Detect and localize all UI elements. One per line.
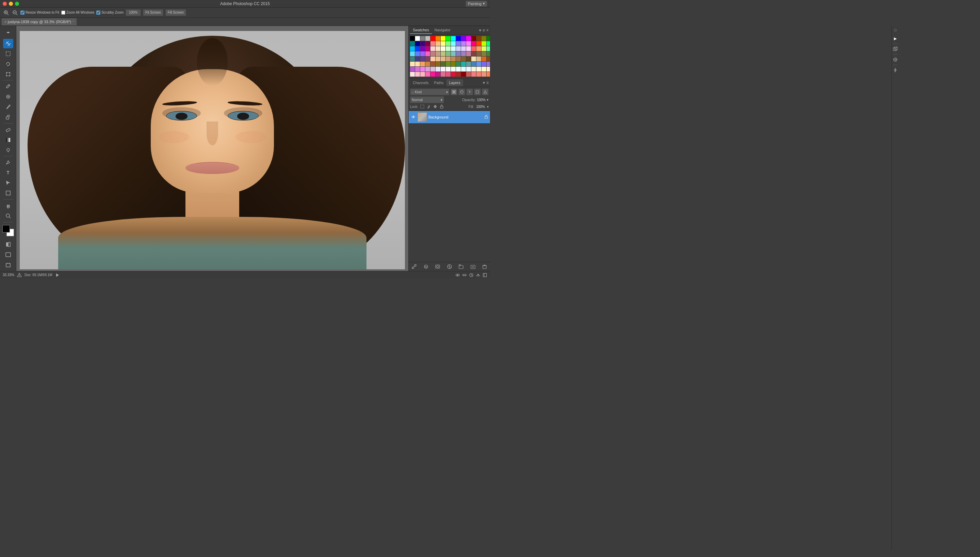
swatch-cell[interactable] xyxy=(420,41,425,46)
swatch-cell[interactable] xyxy=(487,41,490,46)
transform-tool[interactable] xyxy=(3,70,13,79)
swatch-cell[interactable] xyxy=(476,72,481,77)
swatch-cell[interactable] xyxy=(446,72,451,77)
swatch-cell[interactable] xyxy=(461,57,466,61)
swatch-cell[interactable] xyxy=(476,67,481,72)
recents-status-icon[interactable] xyxy=(469,273,474,277)
swatches-close-icon[interactable]: × xyxy=(486,28,488,33)
swatch-cell[interactable] xyxy=(441,51,445,56)
swatch-cell[interactable] xyxy=(430,46,435,51)
swatch-cell[interactable] xyxy=(471,36,476,41)
swatch-cell[interactable] xyxy=(487,62,490,67)
swatch-cell[interactable] xyxy=(420,46,425,51)
swatch-cell[interactable] xyxy=(482,46,486,51)
swatch-cell[interactable] xyxy=(476,57,481,61)
lock-move-icon[interactable] xyxy=(433,104,438,109)
layer-visibility-icon[interactable]: 👁 xyxy=(411,114,416,120)
swatch-cell[interactable] xyxy=(487,67,490,72)
swatch-cell[interactable] xyxy=(410,72,415,77)
publish-status-icon[interactable] xyxy=(476,273,480,277)
swatch-cell[interactable] xyxy=(415,46,420,51)
layer-background[interactable]: 👁 Background xyxy=(409,111,490,123)
swatch-cell[interactable] xyxy=(436,46,440,51)
healing-brush-tool[interactable] xyxy=(3,92,13,101)
swatch-cell[interactable] xyxy=(451,51,456,56)
create-layer-button[interactable] xyxy=(470,263,476,270)
swatches-collapse-icon[interactable]: ▾ xyxy=(479,28,481,33)
swatch-cell[interactable] xyxy=(410,41,415,46)
layer-filter-pixel-icon[interactable] xyxy=(451,88,458,95)
swatch-cell[interactable] xyxy=(410,57,415,61)
tab-channels[interactable]: Channels xyxy=(410,79,431,86)
canvas-area[interactable] xyxy=(16,26,408,271)
lock-paint-icon[interactable] xyxy=(426,104,432,109)
swatch-cell[interactable] xyxy=(441,46,445,51)
swatch-cell[interactable] xyxy=(420,51,425,56)
swatch-cell[interactable] xyxy=(415,67,420,72)
swatch-cell[interactable] xyxy=(446,46,451,51)
swatch-cell[interactable] xyxy=(461,62,466,67)
swatch-cell[interactable] xyxy=(476,51,481,56)
swatch-cell[interactable] xyxy=(430,36,435,41)
move-tool[interactable] xyxy=(3,39,13,48)
swatch-cell[interactable] xyxy=(461,46,466,51)
swatch-cell[interactable] xyxy=(410,36,415,41)
swatches-menu-icon[interactable]: ≡ xyxy=(482,28,485,33)
swatch-cell[interactable] xyxy=(461,72,466,77)
marquee-tool[interactable] xyxy=(3,49,13,59)
layer-filter-shape-icon[interactable] xyxy=(474,88,481,95)
swatch-cell[interactable] xyxy=(436,51,440,56)
swatch-cell[interactable] xyxy=(410,46,415,51)
layers-menu-icon[interactable]: ≡ xyxy=(486,80,488,85)
swatch-cell[interactable] xyxy=(420,62,425,67)
swatch-cell[interactable] xyxy=(425,41,430,46)
swatch-cell[interactable] xyxy=(430,57,435,61)
swatch-cell[interactable] xyxy=(466,62,471,67)
resize-windows-checkbox[interactable]: Resize Windows to Fit xyxy=(20,11,59,15)
swatch-cell[interactable] xyxy=(456,67,461,72)
swatch-cell[interactable] xyxy=(466,72,471,77)
swatch-cell[interactable] xyxy=(425,72,430,77)
swatch-cell[interactable] xyxy=(415,41,420,46)
settings-status-icon[interactable] xyxy=(462,273,467,277)
gradient-tool[interactable] xyxy=(3,135,13,145)
swatch-cell[interactable] xyxy=(425,51,430,56)
swatch-cell[interactable] xyxy=(446,51,451,56)
swatch-cell[interactable] xyxy=(451,72,456,77)
swatch-cell[interactable] xyxy=(456,51,461,56)
swatch-cell[interactable] xyxy=(461,36,466,41)
delete-layer-button[interactable] xyxy=(481,263,488,270)
swatch-cell[interactable] xyxy=(482,51,486,56)
path-select-tool[interactable] xyxy=(3,178,13,187)
panel-toggle-btn[interactable]: ◂▸ xyxy=(3,27,13,37)
swatch-cell[interactable] xyxy=(436,41,440,46)
swatch-cell[interactable] xyxy=(482,62,486,67)
swatch-cell[interactable] xyxy=(482,41,486,46)
swatch-cell[interactable] xyxy=(461,51,466,56)
swatch-cell[interactable] xyxy=(466,51,471,56)
swatch-cell[interactable] xyxy=(436,62,440,67)
swatch-cell[interactable] xyxy=(461,67,466,72)
swatch-cell[interactable] xyxy=(487,46,490,51)
fill-screen-button[interactable]: Fill Screen xyxy=(165,9,186,16)
swatch-cell[interactable] xyxy=(466,67,471,72)
zoom-percent-input[interactable] xyxy=(126,9,141,16)
workspace-selector[interactable]: Painting ▾ xyxy=(466,1,487,7)
swatch-cell[interactable] xyxy=(441,57,445,61)
scrubby-zoom-checkbox[interactable]: Scrubby Zoom xyxy=(96,11,123,15)
swatch-cell[interactable] xyxy=(420,67,425,72)
swatch-cell[interactable] xyxy=(461,41,466,46)
swatch-cell[interactable] xyxy=(471,46,476,51)
screen-mode-tool[interactable] xyxy=(3,250,13,259)
layer-filter-type-icon[interactable]: T xyxy=(466,88,473,95)
swatch-cell[interactable] xyxy=(456,72,461,77)
layer-filter-adjustment-icon[interactable] xyxy=(458,88,465,95)
tab-layers[interactable]: Layers xyxy=(446,79,463,86)
swatch-cell[interactable] xyxy=(415,72,420,77)
lock-transparent-icon[interactable] xyxy=(420,104,425,109)
hand-tool[interactable] xyxy=(3,201,13,210)
swatch-cell[interactable] xyxy=(441,72,445,77)
swatch-cell[interactable] xyxy=(410,51,415,56)
zoom-out-icon[interactable] xyxy=(11,9,18,16)
swatch-cell[interactable] xyxy=(456,62,461,67)
